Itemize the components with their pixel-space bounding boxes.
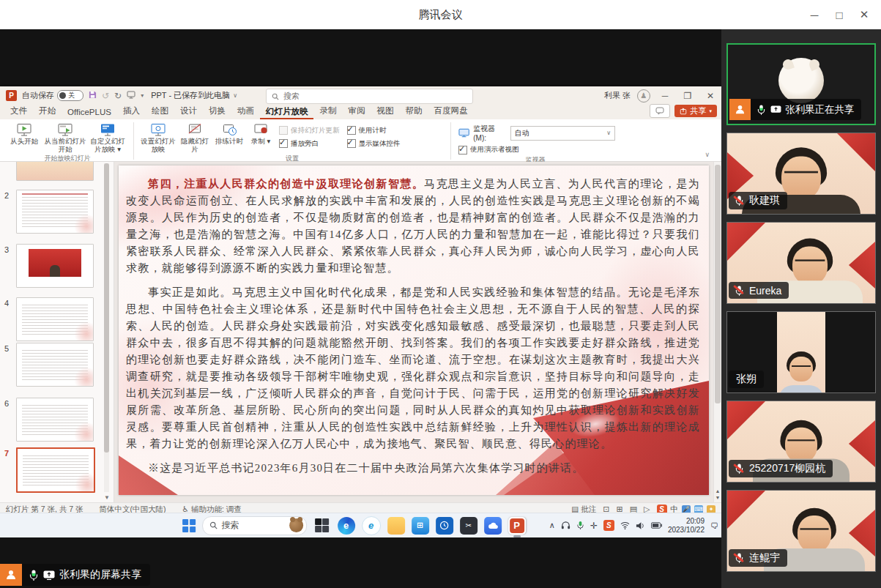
tab-insert[interactable]: 插入 (117, 104, 146, 119)
share-button[interactable]: 共享 ▾ (674, 105, 717, 117)
slide-thumbnail-5[interactable] (16, 343, 94, 387)
checkbox-play-narrations[interactable]: 播放旁白 (279, 139, 340, 149)
autosave-switch[interactable]: 关 (57, 90, 83, 101)
checkbox-label: 显示媒体控件 (359, 139, 401, 149)
collapse-ribbon-icon[interactable]: ∨ (705, 151, 710, 158)
share-indicator-text: 张利果的屏幕共享 (59, 568, 141, 581)
slide-thumbnail-7-selected[interactable] (16, 447, 95, 493)
tray-clock[interactable]: 20:09 2023/10/22 (668, 517, 705, 535)
todesk-icon[interactable]: ✛ (590, 521, 598, 531)
start-button[interactable] (182, 519, 196, 532)
participant-name-pill: 25220717柳园杭 (729, 460, 833, 477)
slide-paragraph-1-lead: 第四，注重从人民群众的创造中汲取理论创新智慧。 (148, 178, 424, 190)
microsoft-store-icon[interactable]: ⊞ (412, 517, 429, 535)
comments-button[interactable] (650, 104, 670, 118)
tab-animations[interactable]: 动画 (231, 104, 260, 119)
participant-tile-zhangshuo[interactable]: 张朔 (726, 311, 876, 393)
tab-view[interactable]: 视图 (371, 104, 399, 119)
taskbar-search-box[interactable]: 搜索 (202, 516, 307, 535)
battery-icon[interactable] (651, 522, 662, 529)
rehearse-timings-button[interactable]: 排练计时 (212, 121, 247, 146)
ppt-search-box[interactable]: 搜索 (266, 89, 473, 104)
mic-muted-icon (734, 195, 745, 207)
cloud-app-icon[interactable] (484, 517, 502, 535)
tab-draw[interactable]: 绘图 (146, 104, 174, 119)
ribbon-group-monitor: 监视器(M): 自动 ∨ 使用演示者视图 (453, 121, 618, 161)
ppt-restore-button[interactable]: ❐ (680, 91, 696, 101)
clock-app-icon[interactable] (436, 517, 453, 535)
tab-design[interactable]: 设计 (174, 104, 203, 119)
slide-scrollbar[interactable]: ▲▼ (713, 162, 721, 502)
checkbox-show-media-controls[interactable]: 显示媒体控件 (347, 139, 401, 149)
participant-tile-zhangliguo[interactable]: 张利果正在共享 (726, 43, 876, 125)
file-explorer-icon[interactable] (387, 517, 405, 535)
redo-icon[interactable]: ↻ (114, 92, 122, 100)
thumbnail-decoration (75, 472, 95, 493)
edge-browser-icon[interactable]: e (338, 517, 355, 535)
sogou-tray-icon[interactable]: S (603, 520, 614, 531)
slide-thumbnail-4[interactable] (16, 297, 94, 341)
powerpoint-taskbar-icon[interactable]: P (508, 517, 526, 535)
ppt-minimize-button[interactable]: ─ (657, 91, 673, 101)
headset-icon[interactable] (561, 521, 570, 530)
quick-access-toolbar: P 自动保存 关 ↺ ↻ (3, 90, 144, 101)
slide-nav-arrows[interactable]: ▲▼ (714, 488, 721, 501)
tab-transitions[interactable]: 切换 (203, 104, 231, 119)
monitor-dropdown[interactable]: 自动 ∨ (510, 126, 615, 141)
chevron-down-icon: ∨ (606, 130, 611, 136)
tab-baidu-netdisk[interactable]: 百度网盘 (428, 104, 473, 119)
powerpoint-window: P 自动保存 关 ↺ ↻ (0, 86, 721, 513)
save-icon[interactable] (89, 91, 97, 100)
tab-review[interactable]: 审阅 (342, 104, 371, 119)
record-button[interactable]: 录制 ▾ (248, 121, 273, 146)
from-current-slide-button[interactable]: 从当前幻灯片开始 (44, 121, 86, 153)
task-view-button[interactable] (313, 517, 331, 535)
setup-slideshow-button[interactable]: 设置幻灯片放映 (138, 121, 178, 153)
undo-icon[interactable]: ↺ (102, 92, 109, 100)
checkbox-use-timings[interactable]: 使用计时 (347, 126, 401, 135)
hide-slide-label: 隐藏幻灯片 (179, 138, 210, 153)
tab-slideshow[interactable]: 幻灯片放映 (260, 105, 314, 120)
user-avatar-icon[interactable]: ♟ (637, 89, 650, 103)
customize-qat-icon[interactable]: ▾ (141, 93, 144, 99)
windows-taskbar: 搜索 e e ⊞ ✂ P ∧ ✛ (0, 513, 721, 537)
slide-thumbnail-1-partial[interactable] (16, 162, 94, 181)
hide-slide-button[interactable]: 隐藏幻灯片 (179, 121, 210, 153)
maximize-button[interactable]: □ (828, 4, 850, 26)
share-indicator-pill[interactable]: 张利果的屏幕共享 (22, 564, 150, 586)
meeting-title: 腾讯会议 (419, 8, 463, 22)
tab-record[interactable]: 录制 (313, 104, 342, 119)
custom-slideshow-button[interactable]: 自定义幻灯片放映 ▾ (88, 121, 127, 153)
participant-tile-eureka[interactable]: Eureka (726, 222, 876, 304)
snipping-tool-icon[interactable]: ✂ (460, 517, 477, 535)
checkbox-use-presenter-view[interactable]: 使用演示者视图 (458, 145, 519, 155)
minimize-button[interactable]: ─ (803, 4, 825, 26)
document-title[interactable]: PPT - 已保存到此电脑 ∨ (151, 90, 237, 101)
ppt-close-button[interactable]: ✕ (702, 91, 718, 101)
tab-home[interactable]: 开始 (33, 104, 62, 119)
wifi-icon[interactable] (620, 521, 630, 529)
speaker-icon[interactable] (636, 521, 645, 530)
from-beginning-button[interactable]: 从头开始 (6, 121, 42, 146)
participant-tile-liuyuanhang[interactable]: 25220717柳园杭 (726, 401, 876, 483)
tray-expand-icon[interactable]: ∧ (549, 521, 555, 530)
slide-thumbnail-6[interactable] (16, 398, 94, 442)
slide-thumbnail-2[interactable] (16, 190, 94, 234)
scroll-down-arrow-icon[interactable]: ▼ (104, 494, 110, 501)
autosave-toggle[interactable]: 自动保存 关 (22, 90, 83, 101)
slideshow-icon[interactable] (127, 91, 135, 100)
slide-thumbnail-3[interactable] (16, 244, 94, 288)
ie-browser-icon[interactable]: e (362, 516, 381, 535)
notification-center-icon[interactable]: 🗨 (710, 521, 718, 530)
participant-tile-gengjianqi[interactable]: 耿建琪 (726, 133, 876, 215)
current-slide-canvas[interactable]: 第四，注重从人民群众的创造中汲取理论创新智慧。马克思主义是为人民立言、为人民代言… (119, 165, 709, 495)
checkbox-keep-slides-updated[interactable]: 保持幻灯片更新 (279, 126, 340, 135)
window-controls: ─ □ ✕ (803, 0, 875, 29)
tab-help[interactable]: 帮助 (399, 104, 428, 119)
tab-file[interactable]: 文件 (4, 104, 33, 119)
thumbnail-scrollbar[interactable] (104, 163, 109, 492)
tray-mic-icon[interactable] (576, 521, 584, 530)
tab-officeplus[interactable]: OfficePLUS (62, 106, 117, 119)
participant-tile-liankunyu[interactable]: 连鲲宇 (726, 490, 876, 572)
close-button[interactable]: ✕ (853, 4, 875, 26)
